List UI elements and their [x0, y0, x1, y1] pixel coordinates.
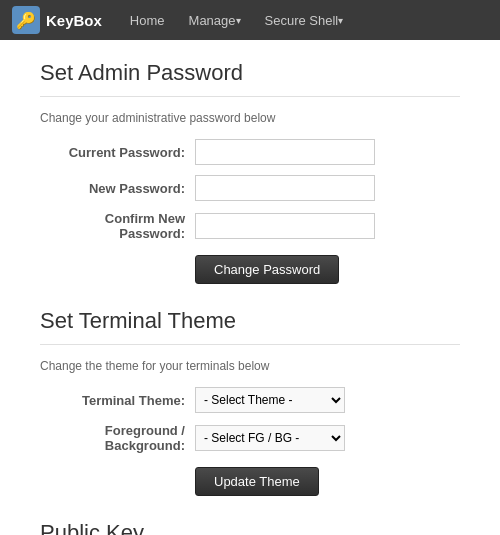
terminal-theme-row: Terminal Theme: - Select Theme -: [40, 387, 460, 413]
update-theme-button[interactable]: Update Theme: [195, 467, 319, 496]
change-password-button[interactable]: Change Password: [195, 255, 339, 284]
terminal-theme-label: Terminal Theme:: [40, 393, 195, 408]
theme-section-title: Set Terminal Theme: [40, 308, 460, 334]
new-password-label: New Password:: [40, 181, 195, 196]
password-section-title: Set Admin Password: [40, 60, 460, 86]
fg-bg-label: Foreground / Background:: [40, 423, 195, 453]
password-section: Set Admin Password Change your administr…: [40, 60, 460, 284]
confirm-password-label: Confirm New Password:: [40, 211, 195, 241]
theme-divider: [40, 344, 460, 345]
confirm-password-input[interactable]: [195, 213, 375, 239]
current-password-row: Current Password:: [40, 139, 460, 165]
password-divider: [40, 96, 460, 97]
main-content: Set Admin Password Change your administr…: [0, 40, 500, 535]
nav-link-home[interactable]: Home: [118, 0, 177, 40]
nav-link-secure-shell[interactable]: Secure Shell: [253, 0, 356, 40]
current-password-label: Current Password:: [40, 145, 195, 160]
pubkey-section: Public Key Public SSH Key used for appli…: [40, 520, 460, 535]
fg-bg-row: Foreground / Background: - Select FG / B…: [40, 423, 460, 453]
terminal-theme-select[interactable]: - Select Theme -: [195, 387, 345, 413]
current-password-input[interactable]: [195, 139, 375, 165]
new-password-row: New Password:: [40, 175, 460, 201]
nav-link-manage[interactable]: Manage: [177, 0, 253, 40]
pubkey-section-title: Public Key: [40, 520, 460, 535]
navbar: 🔑 KeyBox Home Manage Secure Shell: [0, 0, 500, 40]
password-section-desc: Change your administrative password belo…: [40, 111, 460, 125]
theme-section: Set Terminal Theme Change the theme for …: [40, 308, 460, 496]
nav-brand[interactable]: 🔑 KeyBox: [12, 6, 102, 34]
theme-section-desc: Change the theme for your terminals belo…: [40, 359, 460, 373]
fg-bg-select[interactable]: - Select FG / BG -: [195, 425, 345, 451]
nav-brand-text: KeyBox: [46, 12, 102, 29]
nav-links: Home Manage Secure Shell: [118, 0, 355, 40]
confirm-password-row: Confirm New Password:: [40, 211, 460, 241]
nav-logo-icon: 🔑: [12, 6, 40, 34]
new-password-input[interactable]: [195, 175, 375, 201]
